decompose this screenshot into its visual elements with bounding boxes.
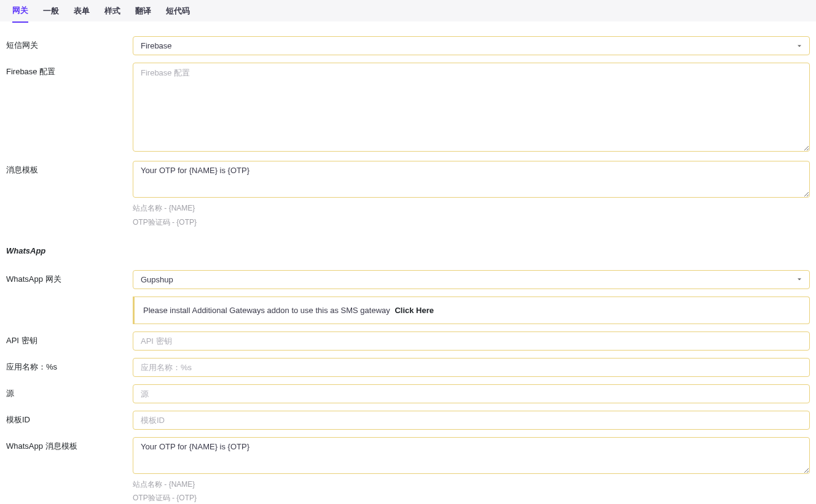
tab-general[interactable]: 一般 [43, 0, 59, 22]
wa-notice-link[interactable]: Click Here [394, 306, 434, 315]
whatsapp-section-title: WhatsApp [6, 246, 810, 255]
sms-hint-otp: OTP验证码 - {OTP} [133, 217, 810, 228]
sms-gateway-select[interactable]: Firebase [133, 36, 810, 55]
wa-appname-label: 应用名称：%s [6, 358, 133, 377]
wa-api-input[interactable] [133, 331, 810, 351]
wa-hint-name: 站点名称 - {NAME} [133, 479, 810, 490]
wa-source-input[interactable] [133, 384, 810, 403]
wa-gateway-select[interactable]: Gupshup [133, 270, 810, 289]
wa-source-label: 源 [6, 384, 133, 403]
wa-tplid-label: 模板ID [6, 411, 133, 430]
wa-template-label: WhatsApp 消息模板 [6, 437, 133, 504]
firebase-config-textarea[interactable] [133, 63, 810, 152]
sms-template-textarea[interactable] [133, 161, 810, 198]
sms-gateway-label: 短信网关 [6, 36, 133, 55]
tab-translate[interactable]: 翻译 [135, 0, 151, 22]
tab-bar: 网关 一般 表单 样式 翻译 短代码 [0, 0, 816, 21]
tab-styles[interactable]: 样式 [104, 0, 120, 22]
wa-appname-input[interactable] [133, 358, 810, 377]
content: 短信网关 Firebase Firebase 配置 消息模板 站点名称 - {N… [0, 21, 816, 504]
wa-gateway-label: WhatsApp 网关 [6, 270, 133, 289]
wa-hint-otp: OTP验证码 - {OTP} [133, 493, 810, 503]
sms-hint-name: 站点名称 - {NAME} [133, 203, 810, 214]
sms-template-label: 消息模板 [6, 161, 133, 228]
wa-api-label: API 密钥 [6, 331, 133, 351]
wa-notice: Please install Additional Gateways addon… [133, 297, 810, 324]
tab-shortcode[interactable]: 短代码 [166, 0, 190, 22]
tab-forms[interactable]: 表单 [74, 0, 90, 22]
tab-gateway[interactable]: 网关 [12, 0, 28, 23]
wa-notice-text: Please install Additional Gateways addon… [143, 306, 390, 315]
wa-template-textarea[interactable] [133, 437, 810, 474]
firebase-config-label: Firebase 配置 [6, 63, 133, 153]
wa-tplid-input[interactable] [133, 411, 810, 430]
